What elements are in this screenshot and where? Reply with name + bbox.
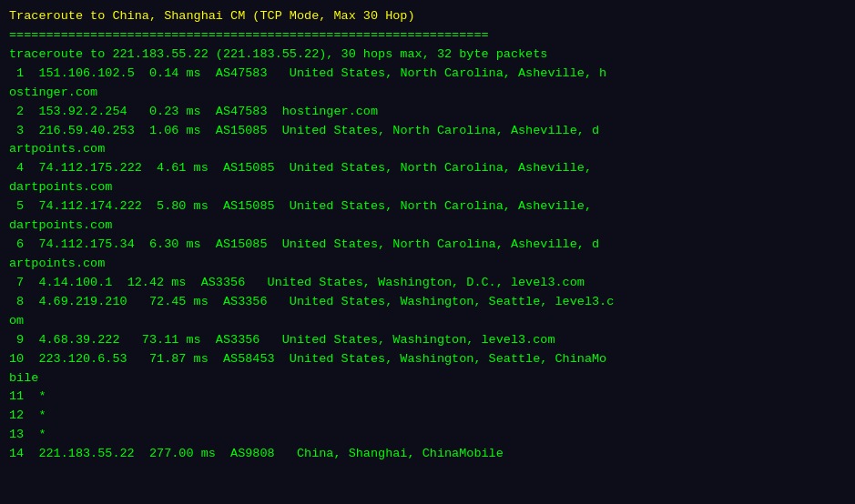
hop-3: 3 216.59.40.253 1.06 ms AS15085 United S… bbox=[9, 124, 599, 156]
terminal-window: Traceroute to China, Shanghai CM (TCP Mo… bbox=[0, 0, 855, 504]
hop-12: 12 * bbox=[9, 408, 46, 422]
hop-5: 5 74.112.174.222 5.80 ms AS15085 United … bbox=[9, 199, 592, 232]
hop-1: 1 151.106.102.5 0.14 ms AS47583 United S… bbox=[9, 66, 606, 99]
title-line: Traceroute to China, Shanghai CM (TCP Mo… bbox=[9, 9, 415, 23]
hop-2: 2 153.92.2.254 0.23 ms AS47583 hostinger… bbox=[9, 105, 378, 118]
hop-6: 6 74.112.175.34 6.30 ms AS15085 United S… bbox=[9, 237, 599, 270]
hop-8: 8 4.69.219.210 72.45 ms AS3356 United St… bbox=[9, 295, 614, 328]
divider-line: ========================================… bbox=[9, 28, 489, 42]
hop-14: 14 221.183.55.22 277.00 ms AS9808 China,… bbox=[9, 447, 504, 460]
hop-10: 10 223.120.6.53 71.87 ms AS58453 United … bbox=[9, 352, 606, 385]
header-line: traceroute to 221.183.55.22 (221.183.55.… bbox=[9, 47, 547, 61]
hop-9: 9 4.68.39.222 73.11 ms AS3356 United Sta… bbox=[9, 333, 555, 347]
hop-13: 13 * bbox=[9, 428, 46, 441]
terminal-output: Traceroute to China, Shanghai CM (TCP Mo… bbox=[9, 7, 846, 464]
hop-11: 11 * bbox=[9, 389, 46, 403]
hop-4: 4 74.112.175.222 4.61 ms AS15085 United … bbox=[9, 161, 592, 194]
hop-7: 7 4.14.100.1 12.42 ms AS3356 United Stat… bbox=[9, 276, 585, 289]
